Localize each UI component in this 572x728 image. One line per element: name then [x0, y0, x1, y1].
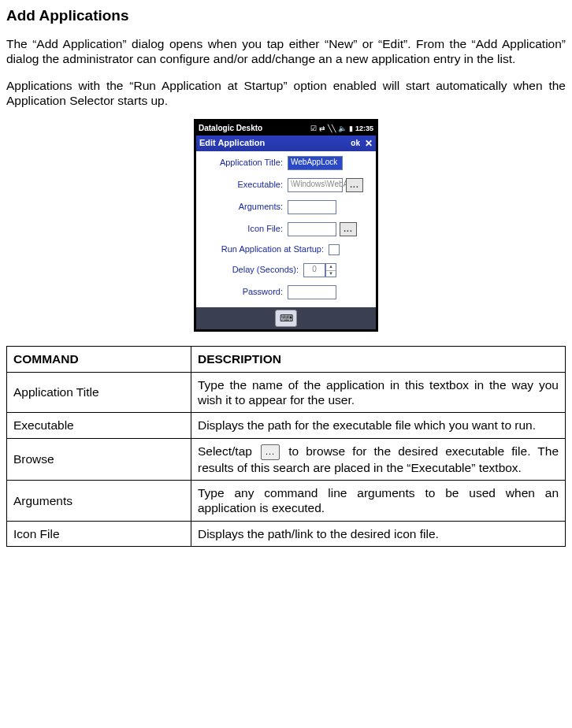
executable-input[interactable]: \Windows\WebA	[288, 178, 343, 192]
table-header-row: COMMAND DESCRIPTION	[7, 347, 566, 372]
app-title-label: Application Title:	[202, 158, 288, 169]
speaker-icon: 🔈	[338, 124, 347, 133]
desc-cell: Type any command line arguments to be us…	[191, 481, 565, 522]
iconfile-input[interactable]	[288, 222, 336, 236]
arguments-label: Arguments:	[202, 202, 288, 213]
keyboard-button[interactable]: ⌨	[275, 310, 297, 327]
delay-label: Delay (Seconds):	[202, 265, 303, 276]
desc-pre: Select/tap	[198, 444, 259, 458]
cmd-cell: Arguments	[7, 481, 191, 522]
signal-icon: ╲╲	[328, 124, 336, 133]
app-title-input[interactable]: WebAppLock	[288, 156, 343, 170]
keyboard-icon: ⌨	[280, 313, 293, 325]
header-command: COMMAND	[7, 347, 191, 372]
run-startup-label: Run Application at Startup:	[202, 244, 329, 255]
edit-application-form: Application Title: WebAppLock Executable…	[196, 151, 376, 307]
executable-browse-button[interactable]: ...	[346, 178, 363, 192]
status-icons: ☑ ⇄ ╲╲ 🔈 ▮ 12:35	[266, 124, 373, 133]
command-table: COMMAND DESCRIPTION Application Title Ty…	[6, 346, 566, 547]
page-heading: Add Applications	[6, 6, 566, 25]
delay-spinner[interactable]: ▲▼	[325, 263, 336, 277]
iconfile-label: Icon File:	[202, 224, 288, 235]
connectivity-icon: ⇄	[319, 124, 325, 133]
desc-cell: Select/tap ... to browse for the desired…	[191, 438, 565, 480]
cmd-cell: Application Title	[7, 372, 191, 413]
window-titlebar: Edit Application ok ✕	[196, 136, 376, 151]
ok-button[interactable]: ok	[351, 139, 360, 149]
close-icon[interactable]: ✕	[365, 138, 373, 150]
chevron-down-icon[interactable]: ▼	[326, 271, 336, 277]
window-title: Edit Application	[199, 138, 351, 149]
status-app-name: Datalogic Deskto	[199, 124, 262, 134]
desc-cell: Displays the path/link to the desired ic…	[191, 521, 565, 546]
chevron-up-icon[interactable]: ▲	[326, 264, 336, 271]
desc-cell: Type the name of the application in this…	[191, 372, 565, 413]
status-bar: Datalogic Deskto ☑ ⇄ ╲╲ 🔈 ▮ 12:35	[196, 121, 376, 136]
screenshot-figure: Datalogic Deskto ☑ ⇄ ╲╲ 🔈 ▮ 12:35 Edit A…	[6, 119, 566, 332]
device-screenshot: Datalogic Deskto ☑ ⇄ ╲╲ 🔈 ▮ 12:35 Edit A…	[194, 119, 378, 332]
intro-para-2: Applications with the “Run Application a…	[6, 78, 566, 109]
intro-para-1: The “Add Application” dialog opens when …	[6, 36, 566, 67]
desc-cell: Displays the path for the executable fil…	[191, 413, 565, 438]
password-input[interactable]	[288, 285, 336, 299]
executable-label: Executable:	[202, 180, 288, 191]
header-description: DESCRIPTION	[191, 347, 565, 372]
browse-icon-button: ...	[261, 444, 280, 460]
iconfile-browse-button[interactable]: ...	[340, 222, 357, 236]
run-startup-checkbox[interactable]	[329, 244, 340, 255]
status-time: 12:35	[355, 124, 373, 133]
table-row: Browse Select/tap ... to browse for the …	[7, 438, 566, 480]
password-label: Password:	[202, 287, 288, 298]
bottom-bar: ⌨	[196, 307, 376, 329]
table-row: Executable Displays the path for the exe…	[7, 413, 566, 438]
cmd-cell: Browse	[7, 438, 191, 480]
delay-input[interactable]: 0	[303, 263, 325, 277]
check-icon: ☑	[310, 124, 317, 133]
cmd-cell: Icon File	[7, 521, 191, 546]
table-row: Arguments Type any command line argument…	[7, 481, 566, 522]
table-row: Application Title Type the name of the a…	[7, 372, 566, 413]
battery-icon: ▮	[349, 124, 353, 133]
cmd-cell: Executable	[7, 413, 191, 438]
table-row: Icon File Displays the path/link to the …	[7, 521, 566, 546]
arguments-input[interactable]	[288, 200, 336, 214]
